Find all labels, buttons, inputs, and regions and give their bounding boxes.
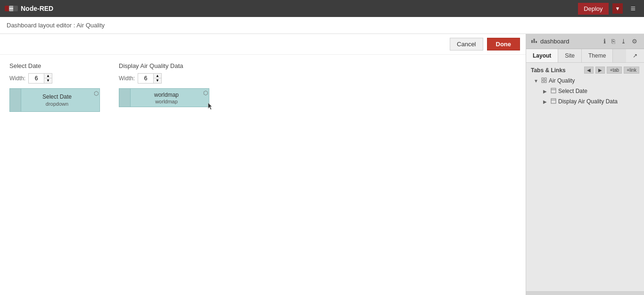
breadcrumb: Dashboard layout editor : Air Quality <box>7 22 105 29</box>
worldmap-resize-icon: ⬡ <box>203 90 208 96</box>
tree-air-quality-label: Air Quality <box>549 77 640 84</box>
editor-toolbar: Cancel Done <box>0 34 526 55</box>
svg-rect-13 <box>551 99 556 103</box>
groups-row: Select Date Width: ▲ ▼ <box>9 62 516 112</box>
group2-header: Display Air Quality Data <box>119 62 209 69</box>
hamburger-menu-button[interactable]: ≡ <box>627 2 639 16</box>
main-layout: Cancel Done Select Date Width: ▲ ▼ <box>0 34 644 295</box>
tab-site-label: Site <box>565 52 575 59</box>
external-link-icon: ↗ <box>633 52 637 59</box>
tree-area: ▼ Air Quality ▶ <box>526 76 644 291</box>
settings-button[interactable]: ⚙ <box>630 37 639 46</box>
dashboard-title-area: dashboard <box>531 37 569 45</box>
group2-width-row: Width: ▲ ▼ <box>119 73 209 84</box>
dashboard-header: dashboard ℹ ⎘ ⤓ ⚙ <box>526 34 644 49</box>
topbar-left: Node-RED <box>5 4 53 13</box>
info-button[interactable]: ℹ <box>602 37 608 46</box>
widget-icon <box>551 88 556 94</box>
group1-width-input[interactable] <box>29 74 44 83</box>
svg-rect-2 <box>13 6 18 11</box>
group2-width-input-wrap: ▲ ▼ <box>138 73 162 84</box>
widget-card-subtitle: dropdown <box>46 101 68 107</box>
worldmap-card-left-strip <box>119 89 131 107</box>
group2-spin-up[interactable]: ▲ <box>154 74 161 78</box>
svg-rect-9 <box>542 81 544 83</box>
cancel-button[interactable]: Cancel <box>450 38 483 51</box>
widget-card-worldmap[interactable]: worldmap worldmap ⬡ <box>119 88 209 107</box>
tree-item-select-date[interactable]: ▶ Select Date <box>526 86 644 96</box>
widget-card-select-date[interactable]: Select Date dropdown ⬡ <box>9 88 100 112</box>
tabs-row: Layout Site Theme ↗ <box>526 49 644 63</box>
deploy-dropdown-button[interactable]: ▼ <box>612 3 623 14</box>
group1-spin-down[interactable]: ▼ <box>44 78 52 83</box>
hamburger-icon: ≡ <box>630 4 636 13</box>
breadcrumb-bar: Dashboard layout editor : Air Quality <box>0 17 644 34</box>
deploy-button[interactable]: Deploy <box>578 3 608 15</box>
worldmap-card-title: worldmap <box>154 92 179 98</box>
widget-resize-handle[interactable]: ⬡ <box>93 89 99 111</box>
widget-icon2 <box>551 98 556 105</box>
svg-rect-6 <box>536 41 537 43</box>
svg-rect-11 <box>551 88 556 93</box>
group1-spin-up[interactable]: ▲ <box>44 74 52 78</box>
worldmap-resize-handle[interactable]: ⬡ <box>202 89 209 107</box>
widget-card-left-strip <box>10 89 21 111</box>
editor-area: Cancel Done Select Date Width: ▲ ▼ <box>0 34 526 295</box>
nodered-logo-icon <box>5 4 18 13</box>
tab-layout[interactable]: Layout <box>526 49 558 62</box>
group1-width-row: Width: ▲ ▼ <box>9 73 100 84</box>
tabs-links-actions: ◀ ▶ +tab +link <box>584 67 639 74</box>
dashboard-actions: ℹ ⎘ ⤓ ⚙ <box>602 37 639 46</box>
tab-site[interactable]: Site <box>558 49 582 62</box>
right-panel: dashboard ℹ ⎘ ⤓ ⚙ Layout Site Theme ↗ <box>526 34 644 295</box>
app-name: Node-RED <box>21 5 53 12</box>
group2-spin-down[interactable]: ▼ <box>154 78 161 83</box>
editor-content: Select Date Width: ▲ ▼ <box>0 55 526 295</box>
tab-external[interactable]: ↗ <box>626 49 644 62</box>
export-button[interactable]: ⤓ <box>619 37 628 46</box>
topbar: Node-RED Deploy ▼ ≡ <box>0 0 644 17</box>
tree-item-display-air-quality[interactable]: ▶ Display Air Quality Data <box>526 96 644 107</box>
resize-icon: ⬡ <box>94 90 99 97</box>
copy-button[interactable]: ⎘ <box>610 37 617 46</box>
group1-width-spinners: ▲ ▼ <box>44 74 52 83</box>
worldmap-card-content: worldmap worldmap <box>131 89 202 107</box>
svg-rect-10 <box>545 81 546 83</box>
worldmap-card-subtitle: worldmap <box>155 99 178 104</box>
chevron-down-icon: ▼ <box>615 6 620 11</box>
tl-prev-button[interactable]: ◀ <box>584 67 594 74</box>
grid-small-icon <box>541 77 547 83</box>
chevron-right-icon: ▶ <box>543 89 549 94</box>
tree-select-date-label: Select Date <box>558 88 640 94</box>
svg-rect-4 <box>531 40 533 43</box>
bar-chart-icon <box>531 37 537 44</box>
group1-header: Select Date <box>9 62 100 69</box>
chevron-right-icon2: ▶ <box>543 99 549 104</box>
tree-item-air-quality[interactable]: ▼ Air Quality <box>526 76 644 86</box>
widget-card-content: Select Date dropdown <box>21 89 93 111</box>
tabs-links-label: Tabs & Links <box>531 67 566 74</box>
group-select-date: Select Date Width: ▲ ▼ <box>9 62 100 112</box>
widget-small-icon <box>551 88 556 93</box>
nodered-logo: Node-RED <box>5 4 53 13</box>
group2-width-input[interactable] <box>138 74 153 83</box>
group1-width-input-wrap: ▲ ▼ <box>28 73 52 84</box>
svg-rect-7 <box>542 78 544 80</box>
tab-layout-label: Layout <box>533 52 551 59</box>
deploy-label: Deploy <box>584 5 603 12</box>
done-button[interactable]: Done <box>487 38 520 51</box>
chevron-down-icon: ▼ <box>534 78 539 84</box>
group1-width-label: Width: <box>9 75 25 82</box>
tree-display-label: Display Air Quality Data <box>558 98 640 105</box>
grid-icon <box>541 77 547 84</box>
add-tab-button[interactable]: +tab <box>607 67 622 74</box>
topbar-right: Deploy ▼ ≡ <box>578 2 639 16</box>
svg-rect-8 <box>545 78 546 80</box>
group-display-air-quality: Display Air Quality Data Width: ▲ ▼ <box>119 62 209 112</box>
add-link-button[interactable]: +link <box>624 67 639 74</box>
dashboard-label: dashboard <box>540 38 569 45</box>
dashboard-icon <box>531 37 537 45</box>
tab-theme[interactable]: Theme <box>582 49 613 62</box>
tl-next-button[interactable]: ▶ <box>595 67 605 74</box>
group2-width-spinners: ▲ ▼ <box>153 74 161 83</box>
